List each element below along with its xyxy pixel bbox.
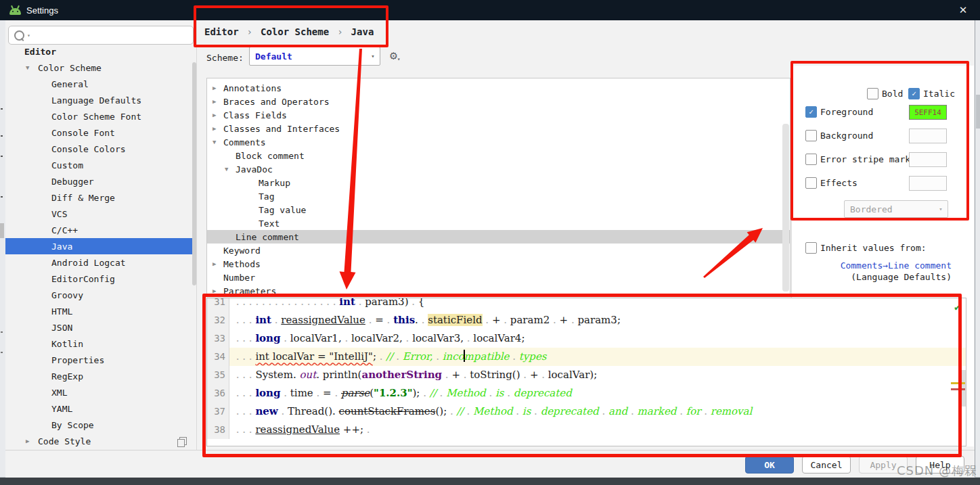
code-line-38[interactable]: 38 . . . reassignedValue ++; . bbox=[207, 421, 966, 439]
option-item-braces-and-operators[interactable]: ▶Braces and Operators bbox=[207, 95, 790, 108]
code-text[interactable]: . . . int localVar = "IntelliJ"; . // . … bbox=[229, 348, 966, 366]
code-text[interactable]: . . . int . reassignedValue . = . this. … bbox=[229, 311, 966, 329]
close-icon[interactable]: ✕ bbox=[956, 3, 971, 18]
inherit-checkbox[interactable] bbox=[805, 242, 817, 254]
sidebar-item-custom[interactable]: Custom bbox=[5, 157, 196, 173]
sidebar-item-diff-merge[interactable]: Diff & Merge bbox=[5, 189, 196, 206]
ok-button[interactable]: OK bbox=[745, 456, 794, 474]
code-line-36[interactable]: 36 . . . long . time . = . parse("1.2.3"… bbox=[207, 384, 966, 402]
bold-checkbox[interactable] bbox=[867, 88, 878, 99]
warning-stripe-mark[interactable] bbox=[951, 382, 965, 384]
breadcrumb-java[interactable]: Java bbox=[351, 26, 374, 37]
sidebar-item-vcs[interactable]: VCS bbox=[5, 206, 196, 222]
code-line-35[interactable]: 35 . . . System. out. println(anotherStr… bbox=[207, 366, 966, 384]
sidebar-item-editorconfig[interactable]: EditorConfig bbox=[5, 271, 196, 287]
chevron-collapsed-icon[interactable]: ▶ bbox=[213, 125, 223, 132]
sidebar-item-java[interactable]: Java bbox=[5, 238, 196, 254]
sidebar-item-console-font[interactable]: Console Font bbox=[5, 124, 196, 141]
search-box[interactable]: ▾ bbox=[8, 26, 194, 45]
breadcrumb-editor[interactable]: Editor bbox=[204, 26, 239, 37]
option-item-markup[interactable]: Markup bbox=[207, 176, 790, 189]
code-preview-pane[interactable]: 31 . . . . . . . . . . . . . . . . int .… bbox=[206, 298, 966, 446]
error-stripe-mark-color-swatch[interactable] bbox=[909, 152, 947, 167]
sidebar-item-label: HTML bbox=[51, 306, 72, 317]
code-line-33[interactable]: 33 . . . long . localVar1, . localVar2, … bbox=[207, 329, 966, 348]
option-item-keyword[interactable]: Keyword bbox=[207, 244, 790, 257]
italic-checkbox[interactable]: ✓ bbox=[908, 88, 920, 99]
code-text[interactable]: . . . . . . . . . . . . . . . . int . pa… bbox=[229, 298, 966, 311]
sidebar-item-yaml[interactable]: YAML bbox=[5, 400, 196, 417]
sidebar-item-console-colors[interactable]: Console Colors bbox=[5, 141, 196, 157]
sidebar-item-html[interactable]: HTML bbox=[5, 303, 196, 319]
chevron-expanded-icon[interactable]: ▼ bbox=[213, 139, 223, 145]
sidebar-item-properties[interactable]: Properties bbox=[5, 352, 196, 368]
effects-label: Effects bbox=[820, 177, 858, 189]
background-checkbox[interactable] bbox=[805, 130, 817, 141]
option-item-classes-and-interfaces[interactable]: ▶Classes and Interfaces bbox=[207, 122, 790, 135]
option-item-class-fields[interactable]: ▶Class Fields bbox=[207, 108, 790, 122]
copy-scheme-icon[interactable] bbox=[179, 437, 187, 445]
option-item-annotations[interactable]: ▶Annotations bbox=[207, 81, 790, 95]
breadcrumb-color-scheme[interactable]: Color Scheme bbox=[261, 26, 329, 37]
chevron-collapsed-icon[interactable]: ▶ bbox=[213, 112, 223, 118]
option-item-text[interactable]: Text bbox=[207, 216, 790, 230]
effects-checkbox[interactable] bbox=[805, 177, 817, 189]
effects-type-dropdown[interactable]: Bordered ▾ bbox=[844, 200, 948, 218]
option-item-parameters[interactable]: ▶Parameters bbox=[207, 284, 790, 296]
option-item-line-comment[interactable]: Line comment bbox=[207, 230, 790, 244]
sidebar-item-json[interactable]: JSON bbox=[5, 319, 196, 336]
code-line-32[interactable]: 32 . . . int . reassignedValue . = . thi… bbox=[207, 311, 966, 329]
sidebar-item-debugger[interactable]: Debugger bbox=[5, 173, 196, 189]
scheme-dropdown[interactable]: Default ▾ bbox=[249, 47, 380, 66]
error-stripe-mark[interactable] bbox=[951, 388, 965, 390]
chevron-collapsed-icon[interactable]: ▶ bbox=[213, 98, 223, 105]
sidebar-item-editor[interactable]: Editor bbox=[5, 43, 196, 60]
error-stripe-mark-checkbox[interactable] bbox=[805, 154, 817, 165]
code-text[interactable]: . . . long . localVar1, . localVar2, . l… bbox=[229, 329, 966, 348]
sidebar-item-language-defaults[interactable]: Language Defaults bbox=[5, 92, 196, 108]
search-input[interactable] bbox=[30, 28, 193, 43]
sidebar-item-xml[interactable]: XML bbox=[5, 384, 196, 400]
sidebar-item-by-scope[interactable]: By Scope bbox=[5, 417, 196, 433]
background-color-swatch[interactable] bbox=[909, 129, 947, 143]
sidebar-item-c-c[interactable]: C/C++ bbox=[5, 222, 196, 238]
scheme-actions-button[interactable]: ⚙▾ bbox=[390, 48, 401, 62]
sidebar-item-code-style[interactable]: ▶Code Style bbox=[5, 433, 196, 449]
sidebar-item-kotlin[interactable]: Kotlin bbox=[5, 336, 196, 352]
sidebar-item-groovy[interactable]: Groovy bbox=[5, 287, 196, 303]
preview-code[interactable]: 31 . . . . . . . . . . . . . . . . int .… bbox=[207, 298, 966, 439]
options-tree-scrollbar[interactable] bbox=[782, 124, 789, 292]
option-item-tag[interactable]: Tag bbox=[207, 189, 790, 203]
chevron-expanded-icon[interactable]: ▼ bbox=[26, 64, 38, 71]
code-line-34[interactable]: 34 . . . int localVar = "IntelliJ"; . //… bbox=[207, 348, 966, 366]
code-line-31[interactable]: 31 . . . . . . . . . . . . . . . . int .… bbox=[207, 298, 966, 311]
chevron-collapsed-icon[interactable]: ▶ bbox=[213, 260, 223, 267]
sidebar-item-color-scheme[interactable]: ▼Color Scheme bbox=[5, 60, 196, 76]
code-text[interactable]: . . . reassignedValue ++; . bbox=[229, 421, 966, 439]
option-item-javadoc[interactable]: ▼JavaDoc bbox=[207, 162, 790, 176]
sidebar-item-general[interactable]: General bbox=[5, 76, 196, 92]
inherit-source-link[interactable]: Comments→Line comment bbox=[841, 260, 952, 271]
sidebar-item-color-scheme-font[interactable]: Color Scheme Font bbox=[5, 108, 196, 124]
option-item-comments[interactable]: ▼Comments bbox=[207, 135, 790, 149]
code-text[interactable]: . . . long . time . = . parse("1.2.3"); … bbox=[229, 384, 966, 402]
bold-label: Bold bbox=[882, 88, 903, 100]
code-line-37[interactable]: 37 . . . new . Thread(). countStackFrame… bbox=[207, 402, 966, 421]
sidebar-scrollbar[interactable] bbox=[192, 62, 196, 285]
chevron-collapsed-icon[interactable]: ▶ bbox=[213, 287, 223, 294]
foreground-color-swatch[interactable]: 5EFF14 bbox=[909, 105, 947, 120]
chevron-collapsed-icon[interactable]: ▶ bbox=[26, 438, 38, 444]
option-item-number[interactable]: Number bbox=[207, 271, 790, 284]
effects-color-swatch[interactable] bbox=[909, 176, 947, 191]
option-item-tag-value[interactable]: Tag value bbox=[207, 203, 790, 216]
chevron-collapsed-icon[interactable]: ▶ bbox=[213, 85, 223, 91]
sidebar-item-regexp[interactable]: RegExp bbox=[5, 368, 196, 384]
chevron-expanded-icon[interactable]: ▼ bbox=[225, 166, 236, 172]
option-item-block-comment[interactable]: Block comment bbox=[207, 149, 790, 162]
code-text[interactable]: . . . new . Thread(). countStackFrames()… bbox=[229, 402, 966, 421]
foreground-checkbox[interactable]: ✓ bbox=[805, 106, 817, 118]
option-item-methods[interactable]: ▶Methods bbox=[207, 257, 790, 271]
cancel-button[interactable]: Cancel bbox=[802, 456, 851, 474]
sidebar-item-android-logcat[interactable]: Android Logcat bbox=[5, 254, 196, 271]
code-text[interactable]: . . . System. out. println(anotherString… bbox=[229, 366, 966, 384]
